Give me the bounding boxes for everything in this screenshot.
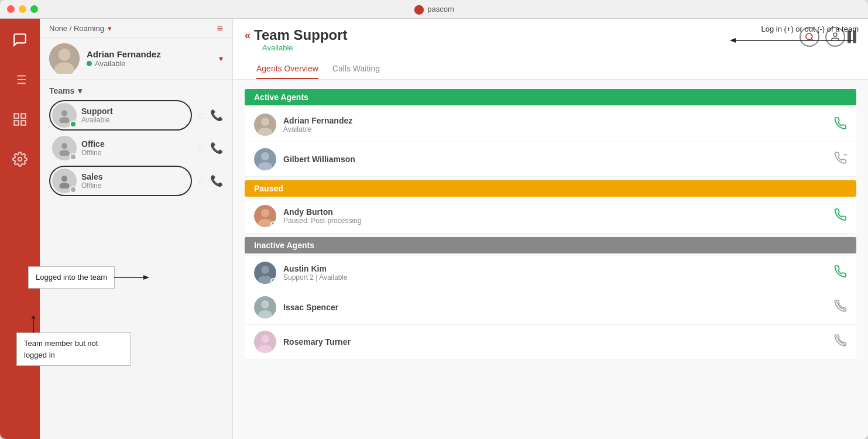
team-header-top: « Team Support Available — [245, 27, 856, 57]
teams-header[interactable]: Teams ▾ — [49, 86, 223, 95]
window-title: ⬤ pascom — [414, 4, 454, 15]
team-row-support[interactable]: Support Available ☆ 📞 — [49, 100, 223, 131]
routing-label[interactable]: None / Roaming ▾ — [49, 24, 112, 33]
tabs-row: Agents Overview Calls Waiting — [245, 59, 856, 79]
active-agents-header: Active Agents — [245, 89, 856, 105]
agent-avatar-gilbert — [254, 148, 276, 170]
agent-row-issac: Issac Spencer — [245, 290, 856, 325]
active-agents-title: Active Agents — [254, 92, 308, 102]
paused-header: Paused — [245, 180, 856, 197]
sales-status-badge — [70, 186, 77, 193]
agent-info-gilbert: Gilbert Williamson — [283, 155, 827, 164]
agent-name-gilbert: Gilbert Williamson — [283, 155, 827, 164]
teams-header-label: Teams — [49, 86, 74, 95]
agent-row-austin: Austin Kim Support 2 | Available — [245, 256, 856, 290]
support-star-icon[interactable]: ☆ — [197, 109, 205, 122]
profile-pause-group[interactable] — [825, 27, 856, 47]
agent-sub-andy: Paused: Post-processing — [283, 217, 827, 225]
routing-section: None / Roaming ▾ ≡ — [40, 19, 232, 37]
austin-status-dot — [270, 278, 276, 284]
sales-team-outline: Sales Offline — [49, 166, 192, 196]
agent-sub-austin: Support 2 | Available — [283, 273, 827, 282]
office-team-container: Office Offline — [49, 134, 192, 162]
svg-point-12 — [59, 49, 71, 61]
tab-agents-overview[interactable]: Agents Overview — [256, 59, 318, 79]
agent-avatar-issac — [254, 296, 276, 318]
menu-icon[interactable]: ≡ — [217, 22, 223, 35]
support-call-icon[interactable]: 📞 — [210, 109, 223, 122]
svg-line-24 — [811, 39, 813, 40]
agent-call-btn-gilbert[interactable] — [834, 152, 847, 167]
svg-point-44 — [261, 335, 269, 343]
svg-point-10 — [18, 157, 22, 162]
agent-call-btn-adrian[interactable] — [834, 117, 847, 133]
office-star-icon[interactable]: ☆ — [197, 142, 205, 155]
sales-team-avatar — [52, 169, 77, 193]
sales-team-info: Sales Offline — [81, 172, 189, 190]
paused-title: Paused — [254, 184, 283, 193]
sidebar-item-queue[interactable] — [7, 107, 33, 132]
office-call-icon[interactable]: 📞 — [210, 142, 223, 155]
team-row-office[interactable]: Office Offline ☆ 📞 — [49, 134, 223, 162]
austin-sub-text: Support 2 | Available — [283, 273, 348, 282]
agent-info-rosemary: Rosemary Turner — [283, 337, 827, 347]
svg-rect-6 — [14, 114, 19, 118]
svg-rect-7 — [21, 114, 26, 118]
svg-point-40 — [261, 300, 269, 308]
avatar — [49, 43, 80, 74]
icon-sidebar — [0, 19, 40, 439]
pause-button[interactable] — [848, 30, 856, 43]
profile-status-text: Available — [95, 59, 126, 68]
sidebar-item-settings[interactable] — [7, 146, 33, 172]
agent-name-andy: Andy Burton — [283, 207, 827, 217]
team-subtitle: Available — [262, 43, 348, 52]
profile-status: Available — [87, 59, 212, 68]
agent-avatar-austin — [254, 262, 276, 284]
sales-star-icon[interactable]: ☆ — [197, 175, 205, 187]
support-team-name: Support — [81, 107, 189, 116]
search-button[interactable] — [800, 27, 819, 47]
tab-calls-waiting-label: Calls Waiting — [332, 64, 380, 73]
window-chrome: ⬤ pascom — [0, 0, 868, 19]
traffic-lights — [7, 5, 38, 13]
office-team-avatar — [52, 136, 77, 160]
agent-call-btn-austin[interactable] — [834, 265, 847, 281]
svg-point-27 — [261, 118, 269, 126]
agent-call-btn-rosemary[interactable] — [834, 334, 847, 350]
office-team-info: Office Offline — [81, 139, 189, 157]
profile-expand-icon[interactable]: ▾ — [219, 54, 223, 63]
back-icon[interactable]: « — [245, 29, 251, 42]
svg-point-34 — [261, 209, 269, 217]
minimize-button[interactable] — [19, 5, 26, 13]
support-status-badge — [70, 121, 77, 128]
sidebar-item-list[interactable] — [7, 67, 33, 92]
routing-dropdown-icon[interactable]: ▾ — [108, 24, 112, 33]
sidebar-item-chat[interactable] — [7, 27, 33, 53]
inactive-agents-title: Inactive Agents — [254, 241, 314, 250]
agent-avatar-adrian — [254, 114, 276, 136]
agent-call-btn-issac[interactable] — [834, 300, 847, 315]
tab-calls-waiting[interactable]: Calls Waiting — [332, 59, 380, 79]
maximize-button[interactable] — [30, 5, 38, 13]
support-team-actions: ☆ 📞 — [197, 109, 223, 122]
svg-rect-8 — [14, 121, 19, 125]
svg-point-18 — [61, 143, 67, 149]
team-title: Team Support — [254, 27, 348, 43]
profile-section: Adrian Fernandez Available ▾ — [40, 37, 232, 80]
svg-point-21 — [61, 176, 67, 181]
team-row-sales[interactable]: Sales Offline ☆ 📞 — [49, 166, 223, 196]
teams-chevron-icon: ▾ — [78, 86, 82, 95]
sales-call-icon[interactable]: 📞 — [210, 174, 223, 187]
agents-list: Active Agents Adrian Fernandez — [233, 80, 868, 439]
office-status-badge — [70, 153, 77, 160]
support-team-status: Available — [81, 116, 189, 124]
agent-call-btn-andy[interactable] — [834, 208, 847, 224]
pause-bar-left — [848, 30, 851, 43]
agent-row-adrian: Adrian Fernandez Available — [245, 108, 856, 142]
agent-row-gilbert: Gilbert Williamson — [245, 142, 856, 177]
tab-agents-overview-label: Agents Overview — [256, 64, 318, 73]
person-circle-icon[interactable] — [825, 27, 845, 47]
right-panel: « Team Support Available — [233, 19, 868, 439]
close-button[interactable] — [7, 5, 15, 13]
agent-sub-adrian: Available — [283, 125, 827, 133]
